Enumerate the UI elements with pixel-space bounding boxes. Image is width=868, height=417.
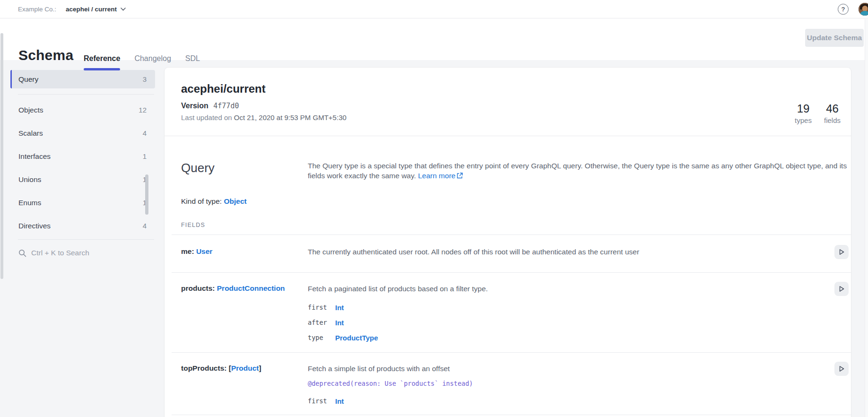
sidebar-divider — [18, 94, 154, 95]
field-row: me: UserThe currently authenticated user… — [172, 235, 851, 273]
stat-value: 19 — [795, 102, 812, 115]
field-type-link[interactable]: Product — [231, 364, 259, 372]
page-scrollbar-track[interactable] — [865, 19, 868, 417]
sidebar-item-query[interactable]: Query 3 — [10, 70, 155, 88]
kind-value-link[interactable]: Object — [224, 197, 246, 205]
field-name: topProducts: [Product] — [181, 364, 308, 408]
field-name-text: topProducts: — [181, 364, 229, 372]
update-schema-button[interactable]: Update Schema — [805, 29, 864, 47]
sidebar-item-count: 4 — [143, 222, 147, 230]
schema-card: acephei/current Version 4f77d0 Last upda… — [165, 68, 851, 417]
type-name-heading: Query — [181, 161, 308, 181]
arg-name: type — [308, 334, 335, 341]
last-updated-line: Last updated on Oct 21, 2020 at 9:53 PM … — [181, 113, 851, 122]
version-line: Version 4f77d0 — [181, 102, 851, 110]
field-body: Fetch a simple list of products with an … — [308, 364, 851, 408]
kind-of-type-line: Kind of type: Object — [181, 197, 851, 206]
sidebar-item-label: Scalars — [18, 129, 43, 138]
field-arg: firstInt — [308, 300, 808, 315]
play-icon — [838, 365, 845, 373]
sidebar-scrollbar-thumb[interactable] — [145, 174, 148, 215]
last-updated-prefix: Last updated on — [181, 113, 232, 122]
field-args: firstInt — [308, 393, 808, 408]
graph-selector-label: acephei / current — [66, 6, 117, 13]
stat-label: fields — [824, 116, 841, 124]
field-arg: typeProductType — [308, 330, 808, 345]
type-bracket: ] — [259, 364, 261, 372]
left-scrollbar-thumb[interactable] — [0, 33, 3, 279]
version-value: 4f77d0 — [213, 102, 239, 110]
external-link-icon — [457, 173, 463, 179]
app-window: Example Co.: acephei / current ? Schema … — [0, 0, 868, 417]
sidebar-item-directives[interactable]: Directives4 — [10, 214, 155, 237]
sidebar-item-label: Directives — [18, 222, 51, 230]
sidebar-item-list: Objects12Scalars4Interfaces1Unions1Enums… — [10, 98, 155, 237]
arg-name: after — [308, 319, 335, 326]
arg-type-link[interactable]: Int — [335, 397, 344, 405]
last-updated-value: Oct 21, 2020 at 9:53 PM GMT+5:30 — [234, 113, 347, 122]
stat-types: 19types — [795, 102, 812, 124]
field-arg: firstInt — [308, 393, 808, 408]
search-icon — [18, 249, 26, 257]
stat-value: 46 — [824, 102, 841, 115]
field-type-link[interactable]: ProductConnection — [217, 284, 285, 292]
sidebar-item-scalars[interactable]: Scalars4 — [10, 122, 155, 145]
sidebar-item-count: 4 — [143, 129, 147, 137]
type-section-header: Query The Query type is a special type t… — [181, 161, 851, 181]
type-description-text: The Query type is a special type that de… — [308, 162, 847, 180]
field-type-link[interactable]: User — [196, 247, 212, 255]
field-description: Fetch a paginated list of products based… — [308, 284, 808, 294]
divider — [165, 136, 851, 136]
deprecated-directive: @deprecated(reason: Use `products` inste… — [308, 380, 808, 387]
kind-label: Kind of type: — [181, 197, 224, 205]
field-description: Fetch a simple list of products with an … — [308, 364, 808, 374]
sidebar-item-label: Enums — [18, 199, 41, 207]
sidebar-divider — [18, 239, 154, 240]
run-field-button[interactable] — [834, 362, 849, 376]
sidebar-item-label: Objects — [18, 106, 43, 114]
version-label: Version — [181, 102, 208, 110]
run-field-button[interactable] — [834, 245, 849, 259]
help-icon[interactable]: ? — [838, 4, 849, 15]
arg-name: first — [308, 397, 335, 405]
tab-bar: ReferenceChangelogSDL — [84, 54, 200, 70]
field-name: products: ProductConnection — [181, 284, 308, 345]
sidebar-item-objects[interactable]: Objects12 — [10, 98, 155, 122]
tab-changelog[interactable]: Changelog — [134, 54, 171, 70]
chevron-down-icon — [121, 8, 126, 11]
arg-name: first — [308, 304, 335, 311]
field-name: me: User — [181, 247, 308, 257]
schema-stats: 19types46fields — [795, 102, 841, 124]
sidebar-item-enums[interactable]: Enums1 — [10, 191, 155, 214]
field-description: The currently authenticated user root. A… — [308, 247, 808, 257]
field-body: The currently authenticated user root. A… — [308, 247, 851, 257]
field-arg: afterInt — [308, 315, 808, 330]
arg-type-link[interactable]: Int — [335, 319, 344, 327]
arg-type-link[interactable]: Int — [335, 304, 344, 312]
field-name-text: me: — [181, 247, 196, 255]
field-list: me: UserThe currently authenticated user… — [172, 235, 851, 415]
play-icon — [838, 248, 845, 256]
learn-more-link[interactable]: Learn more — [418, 172, 455, 180]
search-placeholder: Ctrl + K to Search — [31, 249, 89, 257]
sidebar: Query 3 Objects12Scalars4Interfaces1Unio… — [10, 70, 155, 264]
org-label: Example Co.: — [18, 6, 56, 13]
sidebar-item-unions[interactable]: Unions1 — [10, 168, 155, 191]
arg-type-link[interactable]: ProductType — [335, 334, 378, 342]
tab-reference[interactable]: Reference — [84, 54, 120, 70]
type-description: The Query type is a special type that de… — [308, 161, 849, 181]
fields-section-label: FIELDS — [181, 222, 851, 228]
stat-fields: 46fields — [824, 102, 841, 124]
avatar[interactable] — [859, 3, 868, 16]
sidebar-item-count: 3 — [143, 75, 147, 83]
graph-selector-dropdown[interactable]: acephei / current — [66, 6, 126, 13]
sidebar-item-label: Interfaces — [18, 152, 51, 161]
sidebar-search[interactable]: Ctrl + K to Search — [10, 242, 155, 264]
field-row: topProducts: [Product]Fetch a simple lis… — [172, 353, 851, 415]
field-body: Fetch a paginated list of products based… — [308, 284, 851, 345]
sidebar-item-interfaces[interactable]: Interfaces1 — [10, 145, 155, 168]
tab-sdl[interactable]: SDL — [185, 54, 200, 70]
run-field-button[interactable] — [834, 282, 849, 296]
graph-title: acephei/current — [181, 68, 851, 96]
top-bar-right: ? — [838, 0, 868, 18]
